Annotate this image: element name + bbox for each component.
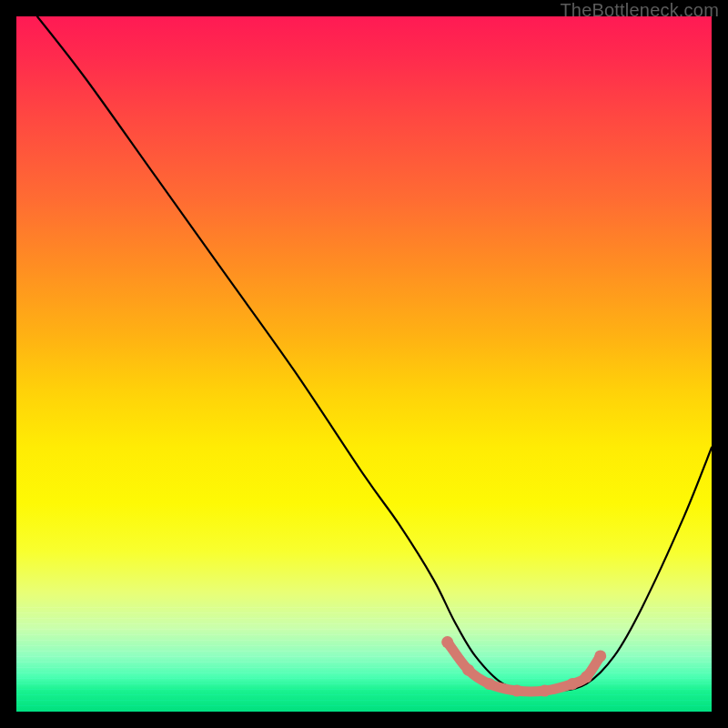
bottleneck-curve <box>37 16 712 692</box>
plot-area <box>16 16 712 712</box>
marker-dot <box>567 678 579 690</box>
marker-dot <box>483 678 495 690</box>
chart-svg <box>16 16 712 712</box>
marker-dot <box>462 664 474 676</box>
marker-dot <box>539 685 551 697</box>
marker-dot <box>441 636 453 648</box>
marker-dot <box>594 650 606 662</box>
marker-dot <box>581 671 592 682</box>
chart-frame: TheBottleneck.com <box>0 0 728 728</box>
marker-dot <box>511 685 523 697</box>
